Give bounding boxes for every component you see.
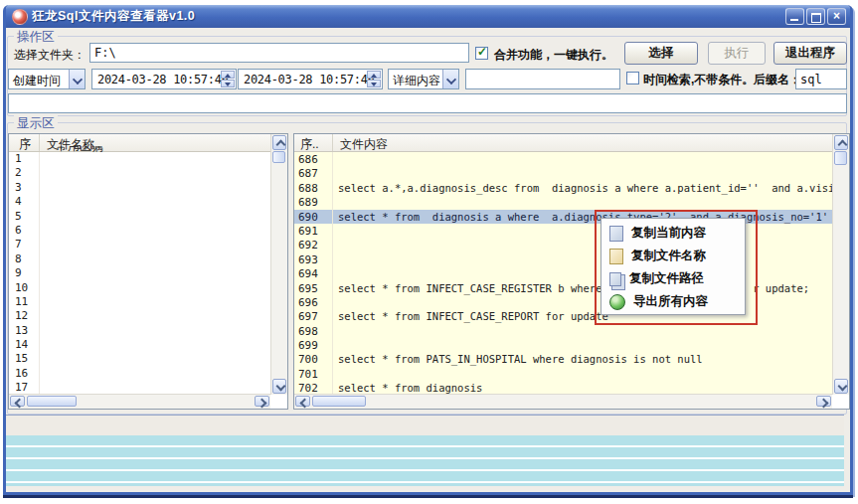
table-row[interactable]: 696 [294, 295, 832, 309]
close-button[interactable]: × [827, 8, 846, 25]
scroll-thumb[interactable] [312, 396, 366, 407]
table-row[interactable]: 698 [294, 324, 832, 338]
chevron-down-icon [73, 75, 83, 84]
time-type-value: 创建时间 [13, 73, 61, 89]
table-row[interactable]: 13 [9, 324, 270, 338]
table-row[interactable]: 5 [9, 210, 270, 224]
table-row[interactable]: 688select a.*,a.diagnosis_desc from diag… [294, 181, 832, 195]
table-row[interactable]: 6 [9, 224, 270, 238]
table-row[interactable]: 1 [9, 152, 270, 166]
content-list-header: 序.. 文件内容 [294, 134, 849, 152]
table-row[interactable]: 8 [9, 252, 270, 266]
table-row[interactable]: 693 [294, 252, 832, 266]
table-row[interactable]: 11 [9, 295, 270, 309]
scroll-left-button[interactable] [10, 396, 25, 407]
scroll-right-button[interactable] [255, 396, 269, 407]
detail-dropdown[interactable]: 详细内容 [388, 69, 459, 89]
scroll-thumb[interactable] [834, 151, 847, 165]
table-row[interactable]: 699 [294, 338, 832, 352]
menu-item[interactable]: 导出所有内容 [603, 290, 743, 313]
menu-item-label: 复制文件路径 [629, 270, 704, 287]
time-type-dropdown[interactable]: 创建时间 [8, 69, 86, 89]
exit-button[interactable]: 退出程序 [773, 42, 847, 65]
spin-down-icon [225, 83, 231, 86]
column-header-seq: 序.. [300, 136, 319, 153]
table-row[interactable]: 686 [294, 152, 832, 166]
table-row[interactable]: 2 [9, 166, 270, 180]
datetime-to-spinner[interactable] [367, 71, 381, 87]
time-search-label: 时间检索,不带条件。 [643, 72, 754, 88]
scroll-up-button[interactable] [834, 135, 848, 150]
scroll-thumb[interactable] [272, 151, 285, 163]
column-divider [332, 152, 333, 395]
table-row[interactable]: 694 [294, 266, 832, 280]
bottom-empty-grid [6, 435, 844, 486]
content-list-panel: 序.. 文件内容 686687688select a.*,a.diagnosis… [293, 133, 850, 410]
table-row[interactable]: 687 [294, 166, 832, 180]
table-row[interactable]: 14 [9, 338, 270, 352]
dropdown-button[interactable] [69, 70, 85, 88]
table-row[interactable]: 689 [294, 195, 832, 209]
keyword-input[interactable] [465, 69, 620, 89]
menu-item[interactable]: 复制当前内容 [603, 222, 743, 245]
copy-filepath-icon [609, 272, 621, 286]
menu-item[interactable]: 复制文件名称 [603, 245, 743, 267]
screenshot-root: { "window": { "title": "狂龙Sql文件内容查看器v1.0… [0, 0, 858, 504]
file-list-vscrollbar[interactable] [270, 134, 287, 395]
table-row[interactable]: 15 [9, 352, 270, 366]
datetime-from-spinner[interactable] [221, 71, 235, 87]
maximize-button[interactable] [806, 8, 825, 25]
table-row-selected[interactable]: 690select * from diagnosis a where a.dia… [294, 210, 832, 224]
arrow-left-icon [300, 399, 310, 409]
menu-item-label: 导出所有内容 [633, 293, 708, 310]
table-row[interactable]: 12 [9, 309, 270, 323]
table-row[interactable]: 4 [9, 195, 270, 209]
display-area-label: 显示区 [14, 115, 58, 132]
table-row[interactable]: 701 [294, 367, 832, 381]
merge-checkbox[interactable] [475, 47, 488, 60]
table-row[interactable]: 10 [9, 281, 270, 295]
datetime-to-field[interactable]: 2024-03-28 10:57:46 [238, 69, 383, 89]
table-row[interactable]: 17 [9, 381, 270, 395]
file-list-hscrollbar[interactable] [9, 394, 270, 409]
scroll-up-button[interactable] [272, 135, 286, 150]
scroll-thumb[interactable] [27, 396, 77, 407]
table-row[interactable]: 9 [9, 266, 270, 280]
table-row[interactable]: 702select * from diagnosis [294, 381, 832, 395]
row-seq: 698 [298, 325, 318, 338]
select-button[interactable]: 选择 [624, 42, 698, 65]
dropdown-button[interactable] [442, 70, 458, 88]
row-seq: 689 [298, 196, 318, 209]
menu-item[interactable]: 复制文件路径 [603, 267, 743, 290]
row-seq: 4 [15, 195, 22, 208]
row-seq: 696 [298, 296, 318, 309]
datetime-to-value: 2024-03-28 10:57:46 [244, 73, 375, 86]
scroll-down-button[interactable] [834, 379, 848, 394]
chevron-down-icon [446, 75, 456, 84]
path-input[interactable] [8, 93, 847, 113]
table-row[interactable]: 700select * from PATS_IN_HOSPITAL where … [294, 352, 832, 366]
table-row[interactable]: 692 [294, 238, 832, 252]
scroll-down-button[interactable] [272, 379, 286, 394]
title-bar[interactable]: 狂龙Sql文件内容查看器v1.0 × [6, 5, 850, 28]
table-row[interactable]: 7 [9, 238, 270, 252]
table-row[interactable]: 695select * from INFECT_CASE_REGISTER b … [294, 281, 832, 295]
content-list-hscrollbar[interactable] [294, 394, 832, 409]
time-search-checkbox[interactable] [626, 72, 639, 84]
row-seq: 3 [15, 181, 22, 194]
row-seq: 694 [298, 267, 318, 280]
maximize-icon [811, 13, 821, 23]
scroll-right-button[interactable] [816, 396, 831, 407]
datetime-from-value: 2024-03-28 10:57:46 [97, 73, 229, 86]
scroll-left-button[interactable] [295, 396, 310, 407]
table-row[interactable]: 697select * from INFECT_CASE_REPORT for … [294, 309, 832, 323]
table-row[interactable]: 16 [9, 367, 270, 381]
folder-input[interactable] [89, 43, 469, 63]
row-seq: 686 [298, 153, 318, 166]
datetime-from-field[interactable]: 2024-03-28 10:57:46 [91, 69, 237, 89]
table-row[interactable]: 3 [9, 181, 270, 195]
content-list-vscrollbar[interactable] [832, 134, 849, 395]
table-row[interactable]: 691 [294, 224, 832, 238]
suffix-input[interactable] [795, 69, 847, 89]
minimize-button[interactable] [785, 8, 804, 25]
